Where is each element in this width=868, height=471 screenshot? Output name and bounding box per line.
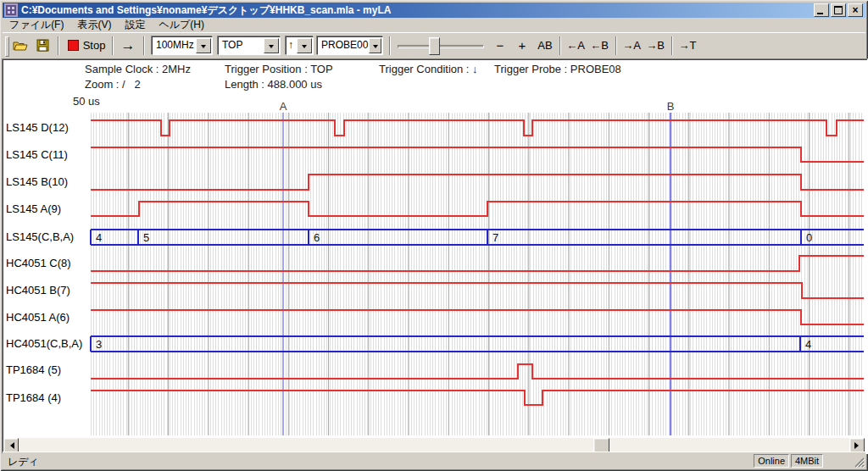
chevron-down-icon	[269, 45, 274, 51]
close-button[interactable]: ×	[848, 3, 863, 17]
minimize-icon	[817, 13, 823, 14]
cursor-b-label[interactable]: B	[667, 100, 675, 113]
app-window: C:¥Documents and Settings¥noname¥デスクトップ¥…	[0, 0, 868, 471]
zoom-out-button[interactable]: −	[490, 36, 510, 55]
stop-icon	[68, 40, 79, 51]
ab-range-button[interactable]: AB	[533, 36, 557, 55]
waveform-panel	[2, 58, 868, 454]
toolbar-separator	[389, 36, 391, 55]
status-bar: レディ Online 4MBit	[3, 452, 865, 468]
toolbar-separator	[58, 36, 59, 55]
menu-bar: ファイル(F) 表示(V) 設定 ヘルプ(H)	[3, 18, 865, 32]
status-memory-badge: 4MBit	[791, 454, 823, 468]
time-division-label: 50 us	[73, 95, 100, 108]
minimize-button[interactable]	[814, 3, 829, 17]
stop-button[interactable]: Stop	[64, 36, 109, 55]
toolbar-separator	[143, 36, 145, 55]
save-floppy-icon	[36, 39, 49, 52]
run-button[interactable]: →	[116, 36, 140, 55]
toolbar: Stop → 100MHz TOP ↑ PROBE00 − + AB	[3, 32, 865, 58]
trigger-probe-info: Trigger Probe : PROBE08	[494, 63, 621, 75]
save-file-button[interactable]	[32, 36, 53, 55]
chevron-down-icon	[302, 45, 307, 51]
channel-label[interactable]: HC4051 C(8)	[6, 257, 71, 269]
open-folder-icon	[13, 39, 28, 53]
zoom-slider-track[interactable]	[398, 45, 484, 48]
channel-label[interactable]: TP1684 (4)	[6, 391, 61, 404]
channel-label[interactable]: LS145 B(10)	[6, 175, 68, 188]
close-icon: ×	[852, 6, 858, 14]
maximize-icon	[834, 6, 843, 14]
channel-label[interactable]: LS145 C(11)	[6, 148, 68, 161]
app-icon	[4, 3, 18, 17]
chevron-down-icon	[201, 45, 206, 51]
chevron-down-icon	[373, 45, 378, 51]
goto-cursor-a-button[interactable]: ←A	[564, 36, 587, 55]
toolbar-separator	[112, 36, 114, 55]
sample-clock-select[interactable]: 100MHz	[152, 36, 213, 55]
maximize-button[interactable]	[831, 3, 846, 17]
sample-clock-info: Sample Clock : 2MHz	[85, 63, 191, 75]
window-title: C:¥Documents and Settings¥noname¥デスクトップ¥…	[21, 3, 814, 18]
trigger-probe-select[interactable]: PROBE00	[317, 36, 383, 55]
zoom-info: Zoom : / 2	[85, 78, 141, 91]
toolbar-separator	[671, 36, 673, 55]
zoom-in-button[interactable]: +	[512, 36, 532, 55]
resize-grip-icon[interactable]	[854, 457, 865, 468]
channel-label[interactable]: HC4051 A(6)	[6, 311, 70, 324]
menu-file[interactable]: ファイル(F)	[3, 17, 70, 33]
dropdown-button[interactable]	[297, 38, 312, 53]
zoom-slider-handle[interactable]	[429, 37, 440, 55]
trigger-edge-select[interactable]: ↑	[286, 36, 314, 55]
triangle-left-icon	[7, 442, 14, 449]
status-online-badge: Online	[754, 454, 789, 468]
set-cursor-a-button[interactable]: →A	[620, 36, 643, 55]
toolbar-separator	[559, 36, 561, 55]
channel-label[interactable]: TP1684 (5)	[6, 363, 61, 376]
trigger-position-info: Trigger Position : TOP	[225, 63, 333, 75]
dropdown-button[interactable]	[196, 38, 211, 53]
toolbar-grip	[5, 36, 9, 57]
goto-cursor-b-button[interactable]: ←B	[587, 36, 611, 55]
dropdown-button[interactable]	[369, 38, 381, 53]
open-file-button[interactable]	[10, 36, 31, 55]
triangle-right-icon	[854, 442, 862, 449]
title-bar: C:¥Documents and Settings¥noname¥デスクトップ¥…	[3, 3, 865, 18]
status-ready-text: レディ	[8, 455, 39, 469]
trigger-position-select[interactable]: TOP	[218, 36, 281, 55]
trigger-condition-info: Trigger Condition : ↓	[379, 63, 478, 75]
channel-label[interactable]: LS145 D(12)	[6, 121, 69, 134]
cursor-a-label[interactable]: A	[280, 100, 287, 113]
run-arrow-icon: →	[121, 37, 136, 54]
horizontal-scrollbar[interactable]	[3, 438, 865, 452]
channel-label[interactable]: HC4051 B(7)	[6, 284, 70, 296]
dropdown-button[interactable]	[264, 38, 279, 53]
channel-label[interactable]: HC4051(C,B,A)	[6, 337, 82, 350]
set-cursor-b-button[interactable]: →B	[643, 36, 667, 55]
length-info: Length : 488.000 us	[225, 78, 322, 91]
channel-label[interactable]: LS145 A(9)	[6, 202, 61, 215]
menu-view[interactable]: 表示(V)	[70, 17, 118, 33]
channel-label[interactable]: LS145(C,B,A)	[6, 230, 74, 243]
toolbar-separator	[615, 36, 617, 55]
goto-trigger-button[interactable]: →T	[676, 36, 699, 55]
menu-settings[interactable]: 設定	[118, 17, 152, 33]
menu-help[interactable]: ヘルプ(H)	[152, 17, 211, 33]
